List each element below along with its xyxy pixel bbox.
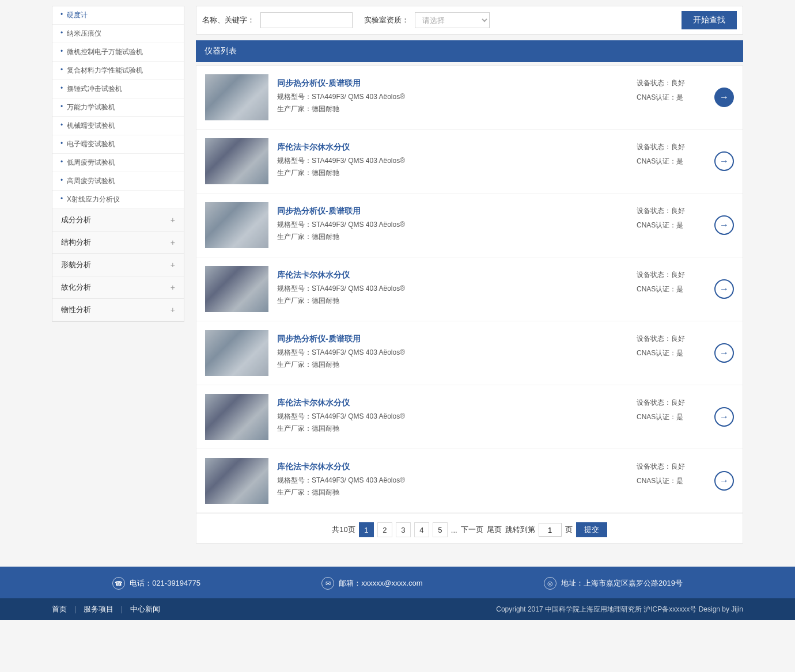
sidebar-category-label: 形貌分析 xyxy=(61,260,91,270)
footer-bottom-inner: 首页 ｜ 服务项目 ｜ 中心新闻 Copyright 2017 中国科学院上海应… xyxy=(52,604,743,614)
sidebar: 硬度计 纳米压痕仪 微机控制电子万能试验机 复合材料力学性能试验机 摆锤式冲击试… xyxy=(52,6,184,322)
sidebar-category-label: 结构分析 xyxy=(61,237,91,248)
footer-phone: ☎ 电话：021-39194775 xyxy=(112,577,200,590)
search-lab-select[interactable]: 请选择 xyxy=(415,12,490,28)
instrument-cnas: CNAS认证：是 xyxy=(637,93,706,102)
main-content: 名称、关键字： 实验室资质： 请选择 开始查找 仪器列表 xyxy=(196,6,743,544)
footer-link-services[interactable]: 服务项目 xyxy=(84,604,113,614)
instrument-cnas: CNAS认证：是 xyxy=(637,221,706,230)
instrument-manufacturer: 生产厂家：德国耐驰 xyxy=(277,168,625,178)
sidebar-item-high-freq[interactable]: 高周疲劳试验机 xyxy=(52,172,184,191)
pagination-last[interactable]: 尾页 xyxy=(487,525,502,535)
sidebar-category-composition[interactable]: 成分分析 + xyxy=(52,209,184,231)
search-button[interactable]: 开始查找 xyxy=(682,11,737,29)
sidebar-category-label: 故化分析 xyxy=(61,282,91,293)
sidebar-item-hardness[interactable]: 硬度计 xyxy=(52,6,184,25)
instrument-name[interactable]: 同步热分析仪-质谱联用 xyxy=(277,78,625,89)
footer-address-label: 地址：上海市嘉定区嘉罗公路2019号 xyxy=(561,578,683,589)
instrument-status-block: 设备状态：良好 CNAS认证：是 xyxy=(637,334,706,360)
content-area: 硬度计 纳米压痕仪 微机控制电子万能试验机 复合材料力学性能试验机 摆锤式冲击试… xyxy=(52,0,743,555)
footer-email-label: 邮箱：xxxxxx@xxxx.com xyxy=(339,578,422,589)
detail-arrow-button[interactable]: → xyxy=(714,343,734,363)
instrument-info: 库伦法卡尔休水分仪 规格型号：STA449F3/ QMS 403 Aëolos®… xyxy=(277,270,625,308)
sidebar-item-universal[interactable]: 万能力学试验机 xyxy=(52,98,184,117)
instrument-spec-model: 规格型号：STA449F3/ QMS 403 Aëolos® xyxy=(277,220,625,230)
sidebar-category-morphology[interactable]: 形貌分析 + xyxy=(52,254,184,276)
sidebar-item-creep-elec[interactable]: 电子蠕变试验机 xyxy=(52,135,184,154)
detail-arrow-button[interactable]: → xyxy=(714,88,734,107)
pagination-total: 共10页 xyxy=(332,525,355,535)
instrument-status: 设备状态：良好 xyxy=(637,270,706,280)
sidebar-expand-icon: + xyxy=(171,238,175,247)
instrument-cnas: CNAS认证：是 xyxy=(637,284,706,294)
detail-arrow-button[interactable]: → xyxy=(714,471,734,491)
instrument-info: 同步热分析仪-质谱联用 规格型号：STA449F3/ QMS 403 Aëolo… xyxy=(277,206,625,244)
detail-arrow-button[interactable]: → xyxy=(714,279,734,299)
instrument-status-block: 设备状态：良好 CNAS认证：是 xyxy=(637,270,706,297)
sidebar-expand-icon: + xyxy=(171,215,175,225)
instrument-name[interactable]: 库伦法卡尔休水分仪 xyxy=(277,462,625,472)
page-wrapper: 硬度计 纳米压痕仪 微机控制电子万能试验机 复合材料力学性能试验机 摆锤式冲击试… xyxy=(0,0,795,672)
sidebar-item-composite[interactable]: 复合材料力学性能试验机 xyxy=(52,62,184,80)
footer-link-news[interactable]: 中心新闻 xyxy=(130,604,160,614)
detail-arrow-button[interactable]: → xyxy=(714,407,734,427)
sidebar-category-failure[interactable]: 故化分析 + xyxy=(52,276,184,299)
instrument-spec-model: 规格型号：STA449F3/ QMS 403 Aëolos® xyxy=(277,412,625,422)
instrument-details: 库伦法卡尔休水分仪 规格型号：STA449F3/ QMS 403 Aëolos®… xyxy=(277,462,706,500)
instrument-status-block: 设备状态：良好 CNAS认证：是 xyxy=(637,78,706,105)
footer-links: 首页 ｜ 服务项目 ｜ 中心新闻 xyxy=(52,604,160,614)
search-lab-label: 实验室资质： xyxy=(364,15,409,25)
sidebar-item-low-freq[interactable]: 低周疲劳试验机 xyxy=(52,154,184,172)
footer-link-sep1: ｜ xyxy=(71,604,79,614)
instrument-name[interactable]: 库伦法卡尔休水分仪 xyxy=(277,142,625,153)
page-num-5[interactable]: 5 xyxy=(433,522,448,537)
instrument-info: 库伦法卡尔休水分仪 规格型号：STA449F3/ QMS 403 Aëolos®… xyxy=(277,398,625,436)
page-num-3[interactable]: 3 xyxy=(396,522,411,537)
instrument-list: 同步热分析仪-质谱联用 规格型号：STA449F3/ QMS 403 Aëolo… xyxy=(196,65,743,544)
instrument-image xyxy=(205,458,268,504)
sidebar-item-nano[interactable]: 纳米压痕仪 xyxy=(52,25,184,43)
instrument-manufacturer: 生产厂家：德国耐驰 xyxy=(277,104,625,114)
instrument-name[interactable]: 库伦法卡尔休水分仪 xyxy=(277,398,625,408)
pagination-jump-prefix: 跳转到第 xyxy=(505,525,535,535)
sidebar-item-xray[interactable]: X射线应力分析仪 xyxy=(52,191,184,209)
instrument-status: 设备状态：良好 xyxy=(637,398,706,408)
sidebar-item-creep-mech[interactable]: 机械蠕变试验机 xyxy=(52,117,184,135)
sidebar-item-electronic[interactable]: 微机控制电子万能试验机 xyxy=(52,43,184,62)
location-icon: ◎ xyxy=(544,577,556,590)
footer-top: ☎ 电话：021-39194775 ✉ 邮箱：xxxxxx@xxxx.com ◎… xyxy=(52,577,743,598)
sidebar-item-pendulum[interactable]: 摆锤式冲击试验机 xyxy=(52,80,184,98)
page-num-1[interactable]: 1 xyxy=(359,522,374,537)
detail-arrow-button[interactable]: → xyxy=(714,215,734,235)
footer-link-home[interactable]: 首页 xyxy=(52,604,67,614)
search-name-input[interactable] xyxy=(260,12,353,28)
detail-arrow-button[interactable]: → xyxy=(714,151,734,171)
instrument-thumbnail xyxy=(205,330,268,376)
instrument-thumbnail xyxy=(205,202,268,248)
instrument-manufacturer: 生产厂家：德国耐驰 xyxy=(277,424,625,434)
page-num-2[interactable]: 2 xyxy=(377,522,392,537)
sidebar-expand-icon: + xyxy=(171,305,175,314)
pagination: 共10页 1 2 3 4 5 ... 下一页 尾页 跳转到第 页 提交 xyxy=(196,513,743,543)
pagination-submit-button[interactable]: 提交 xyxy=(576,522,607,537)
page-num-4[interactable]: 4 xyxy=(414,522,429,537)
sidebar-category-physical[interactable]: 物性分析 + xyxy=(52,299,184,321)
sidebar-expand-icon: + xyxy=(171,283,175,292)
instrument-name[interactable]: 同步热分析仪-质谱联用 xyxy=(277,334,625,344)
table-row: 库伦法卡尔休水分仪 规格型号：STA449F3/ QMS 403 Aëolos®… xyxy=(196,449,743,513)
page-jump-input[interactable] xyxy=(539,523,562,537)
instrument-details: 库伦法卡尔休水分仪 规格型号：STA449F3/ QMS 403 Aëolos®… xyxy=(277,142,706,180)
table-row: 同步热分析仪-质谱联用 规格型号：STA449F3/ QMS 403 Aëolo… xyxy=(196,321,743,385)
pagination-next[interactable]: 下一页 xyxy=(461,525,483,535)
instrument-details: 同步热分析仪-质谱联用 规格型号：STA449F3/ QMS 403 Aëolo… xyxy=(277,206,706,244)
sidebar-category-structure[interactable]: 结构分析 + xyxy=(52,231,184,254)
table-row: 库伦法卡尔休水分仪 规格型号：STA449F3/ QMS 403 Aëolos®… xyxy=(196,385,743,449)
footer-email: ✉ 邮箱：xxxxxx@xxxx.com xyxy=(321,577,422,590)
instrument-name[interactable]: 同步热分析仪-质谱联用 xyxy=(277,206,625,217)
instrument-spec-model: 规格型号：STA449F3/ QMS 403 Aëolos® xyxy=(277,156,625,166)
table-row: 同步热分析仪-质谱联用 规格型号：STA449F3/ QMS 403 Aëolo… xyxy=(196,193,743,257)
instrument-details: 库伦法卡尔休水分仪 规格型号：STA449F3/ QMS 403 Aëolos®… xyxy=(277,270,706,308)
search-name-label: 名称、关键字： xyxy=(202,15,255,25)
instrument-spec-model: 规格型号：STA449F3/ QMS 403 Aëolos® xyxy=(277,92,625,102)
instrument-name[interactable]: 库伦法卡尔休水分仪 xyxy=(277,270,625,280)
